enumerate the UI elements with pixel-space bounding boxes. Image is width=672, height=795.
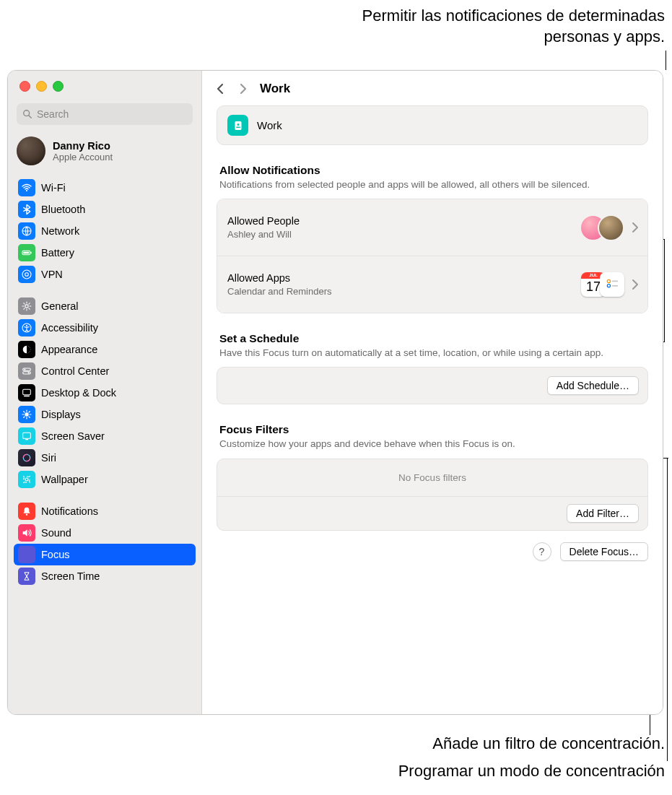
svg-rect-5 (23, 252, 29, 254)
sidebar-item-label: Screen Time (41, 570, 100, 582)
svg-point-25 (26, 513, 27, 515)
allowed-apps-title: Allowed Apps (227, 272, 581, 284)
svg-point-2 (26, 190, 27, 191)
allowed-people-row[interactable]: Allowed People Ashley and Will (217, 199, 647, 256)
sidebar-item-label: Focus (41, 549, 70, 560)
focus-name-label: Work (257, 119, 282, 131)
sidebar-item-label: Screen Saver (41, 430, 105, 442)
sidebar-item-label: Siri (41, 452, 56, 464)
allowed-people-title: Allowed People (227, 215, 580, 227)
svg-point-14 (24, 369, 25, 370)
svg-point-29 (607, 280, 610, 283)
chevron-right-icon (632, 222, 639, 233)
svg-rect-17 (23, 389, 31, 394)
sidebar-item-vpn[interactable]: VPN (14, 264, 196, 285)
chevron-right-icon (632, 279, 639, 290)
allow-notifications-desc: Notifications from selected people and a… (219, 178, 645, 191)
minimize-button[interactable] (36, 81, 47, 92)
svg-rect-28 (236, 126, 240, 128)
bluetooth-icon (21, 204, 32, 215)
allowed-apps-icons: JUL 17 (581, 272, 624, 297)
vpn-icon (21, 269, 32, 280)
chevron-right-icon (239, 83, 248, 95)
window-controls (8, 71, 201, 100)
close-button[interactable] (19, 81, 30, 92)
sidebar-item-label: General (41, 300, 79, 312)
focus-name-row[interactable]: Work (217, 105, 648, 145)
siri-icon (21, 452, 32, 464)
maximize-button[interactable] (53, 81, 64, 92)
svg-point-24 (25, 478, 28, 481)
dock-icon (21, 387, 32, 399)
account-name: Danny Rico (53, 140, 113, 152)
sidebar-item-general[interactable]: General (14, 295, 196, 317)
user-avatar (17, 136, 45, 165)
sidebar-item-label: Wallpaper (41, 474, 88, 485)
add-schedule-button[interactable]: Add Schedule… (547, 376, 639, 395)
sidebar-item-bluetooth[interactable]: Bluetooth (14, 199, 196, 220)
sidebar-item-label: Sound (41, 527, 71, 539)
sidebar-item-screen-saver[interactable]: Screen Saver (14, 425, 196, 447)
sidebar-item-label: Battery (41, 247, 74, 259)
sidebar-item-siri[interactable]: Siri (14, 447, 196, 469)
sidebar: Search Danny Rico Apple Account Wi-Fi Bl… (8, 71, 202, 714)
apple-account-row[interactable]: Danny Rico Apple Account (8, 132, 201, 174)
svg-point-7 (22, 270, 31, 279)
system-settings-window: Search Danny Rico Apple Account Wi-Fi Bl… (7, 70, 663, 715)
callout-schedule-focus: Programar un modo de concentración (333, 761, 665, 782)
svg-rect-13 (23, 368, 31, 370)
sidebar-item-label: Bluetooth (41, 204, 85, 215)
accessibility-icon (21, 322, 32, 334)
no-filters-label: No Focus filters (217, 459, 647, 497)
sidebar-item-focus[interactable]: Focus (14, 544, 196, 565)
sidebar-item-label: Desktop & Dock (41, 387, 116, 399)
sidebar-item-battery[interactable]: Battery (14, 242, 196, 264)
sidebar-item-appearance[interactable]: Appearance (14, 339, 196, 360)
svg-rect-6 (30, 252, 31, 254)
sidebar-item-label: Displays (41, 409, 81, 420)
help-button[interactable]: ? (533, 542, 551, 561)
moon-icon (21, 549, 32, 560)
content-header: Work (202, 71, 663, 101)
sidebar-item-desktop-dock[interactable]: Desktop & Dock (14, 382, 196, 404)
reminders-app-icon (600, 272, 624, 297)
sidebar-item-wifi[interactable]: Wi-Fi (14, 177, 196, 199)
svg-line-1 (29, 116, 31, 118)
svg-point-16 (28, 372, 30, 373)
sidebar-item-label: Network (41, 225, 79, 237)
account-subtitle: Apple Account (53, 152, 113, 162)
screensaver-icon (21, 430, 32, 442)
allowed-people-sub: Ashley and Will (227, 229, 580, 240)
svg-point-19 (25, 412, 28, 416)
sidebar-item-label: Appearance (41, 344, 97, 355)
sidebar-item-notifications[interactable]: Notifications (14, 500, 196, 522)
svg-rect-20 (23, 433, 31, 438)
sidebar-item-sound[interactable]: Sound (14, 522, 196, 544)
svg-rect-31 (612, 281, 618, 282)
allowed-people-avatars (580, 214, 624, 241)
displays-icon (21, 409, 32, 420)
sidebar-item-wallpaper[interactable]: Wallpaper (14, 469, 196, 490)
search-field[interactable]: Search (17, 103, 193, 125)
allowed-apps-row[interactable]: Allowed Apps Calendar and Reminders JUL … (217, 256, 647, 313)
content-area: Work Work Allow Notifications Notificati… (202, 71, 663, 714)
appearance-icon (21, 344, 32, 355)
forward-button[interactable] (235, 81, 251, 97)
filters-desc: Customize how your apps and device behav… (219, 438, 645, 451)
add-filter-button[interactable]: Add Filter… (567, 504, 639, 523)
sidebar-item-control-center[interactable]: Control Center (14, 360, 196, 382)
sidebar-item-network[interactable]: Network (14, 220, 196, 242)
delete-focus-button[interactable]: Delete Focus… (560, 542, 648, 561)
sidebar-item-displays[interactable]: Displays (14, 404, 196, 425)
sidebar-item-label: Control Center (41, 365, 109, 377)
gear-icon (21, 300, 32, 312)
back-button[interactable] (212, 81, 228, 97)
callout-allow-notifications: Permitir las notificaciones de determina… (304, 6, 665, 47)
bell-icon (21, 505, 32, 517)
wifi-icon (21, 182, 32, 194)
svg-rect-32 (612, 285, 618, 287)
sidebar-item-accessibility[interactable]: Accessibility (14, 317, 196, 339)
sidebar-item-screen-time[interactable]: Screen Time (14, 565, 196, 587)
sidebar-nav: Wi-Fi Bluetooth Network Battery VPN (8, 174, 201, 596)
svg-rect-15 (23, 372, 31, 374)
